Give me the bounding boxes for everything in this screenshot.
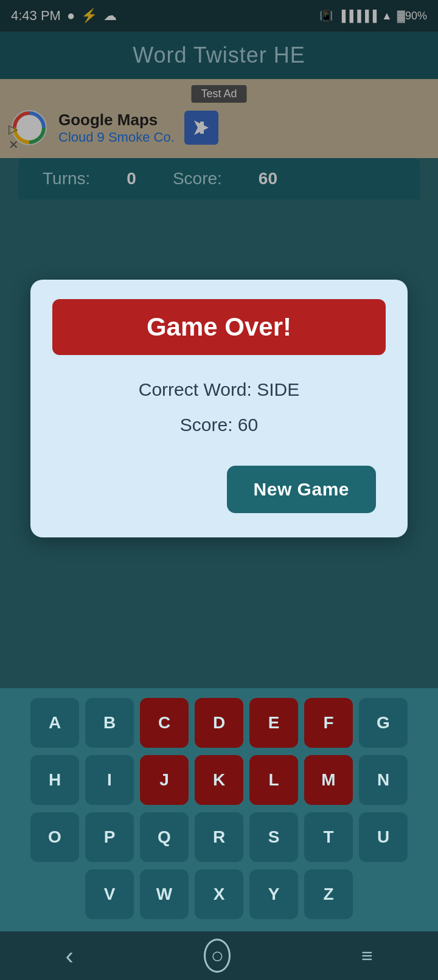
key-p[interactable]: P xyxy=(85,812,134,862)
nav-bar: ‹ ○ ≡ xyxy=(0,931,438,980)
dialog-body: Correct Word: SIDE Score: 60 New Game xyxy=(52,379,386,513)
home-button[interactable]: ○ xyxy=(204,939,231,973)
key-y[interactable]: Y xyxy=(249,869,298,919)
key-k[interactable]: K xyxy=(195,755,243,805)
key-x[interactable]: X xyxy=(195,869,243,919)
key-h[interactable]: H xyxy=(30,755,79,805)
new-game-button[interactable]: New Game xyxy=(227,466,376,513)
key-n[interactable]: N xyxy=(359,755,408,805)
key-z[interactable]: Z xyxy=(304,869,353,919)
key-j[interactable]: J xyxy=(140,755,189,805)
key-o[interactable]: O xyxy=(30,812,79,862)
key-b[interactable]: B xyxy=(85,698,134,748)
dialog-actions: New Game xyxy=(62,466,376,513)
key-a[interactable]: A xyxy=(30,698,79,748)
keyboard-row: HIJKLMN xyxy=(5,755,433,805)
dialog-title-bar: Game Over! xyxy=(52,299,386,355)
key-i[interactable]: I xyxy=(85,755,134,805)
key-e[interactable]: E xyxy=(249,698,298,748)
key-v[interactable]: V xyxy=(85,869,134,919)
key-q[interactable]: Q xyxy=(140,812,189,862)
key-m[interactable]: M xyxy=(304,755,353,805)
back-button[interactable]: ‹ xyxy=(65,942,73,970)
dialog-title: Game Over! xyxy=(147,312,291,341)
key-l[interactable]: L xyxy=(249,755,298,805)
game-over-dialog: Game Over! Correct Word: SIDE Score: 60 … xyxy=(30,280,408,537)
key-t[interactable]: T xyxy=(304,812,353,862)
keyboard-row: OPQRSTU xyxy=(5,812,433,862)
key-r[interactable]: R xyxy=(195,812,243,862)
key-f[interactable]: F xyxy=(304,698,353,748)
keyboard-row: ABCDEFG xyxy=(5,698,433,748)
dialog-score-display: Score: 60 xyxy=(62,415,376,435)
key-d[interactable]: D xyxy=(195,698,243,748)
keyboard-row: VWXYZ xyxy=(5,869,433,919)
correct-word-display: Correct Word: SIDE xyxy=(62,379,376,400)
menu-button[interactable]: ≡ xyxy=(361,945,373,967)
key-c[interactable]: C xyxy=(140,698,189,748)
key-g[interactable]: G xyxy=(359,698,408,748)
key-u[interactable]: U xyxy=(359,812,408,862)
key-w[interactable]: W xyxy=(140,869,189,919)
key-s[interactable]: S xyxy=(249,812,298,862)
keyboard-area: ABCDEFGHIJKLMNOPQRSTUVWXYZ xyxy=(0,688,438,931)
